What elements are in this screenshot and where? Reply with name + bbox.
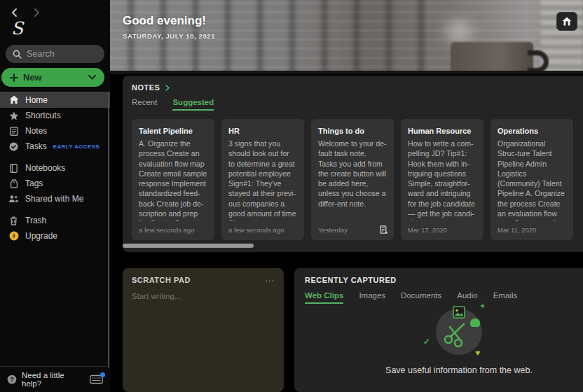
notes-widget: NOTES Recent Suggested Talent Pipeline A…: [123, 76, 583, 252]
sidebar-item-label: Tasks: [25, 141, 47, 151]
note-card-human-resource[interactable]: Human Resource How to write a com-pellin…: [401, 119, 483, 240]
notes-title: NOTES: [132, 83, 160, 92]
note-card-title: Human Resource: [408, 127, 476, 135]
coffee-mug-image: [451, 42, 533, 74]
note-card-title: Operations: [498, 127, 566, 135]
shortcuts-panel-button[interactable]: [90, 374, 103, 384]
note-card-date: Mar 17, 2020: [408, 226, 447, 234]
captured-tabs: Web Clips Images Documents Audio Emails: [305, 291, 572, 304]
notification-dot: [100, 372, 105, 377]
note-card-hr[interactable]: HR 3 signs that you should look out for …: [221, 119, 304, 240]
sidebar-item-shared[interactable]: Shared with Me: [0, 191, 110, 206]
search-icon: [13, 50, 22, 59]
scissors-icon: [441, 320, 469, 348]
elephant-icon: [470, 318, 480, 327]
sidebar-item-label: Tags: [25, 178, 43, 188]
evernote-home: S Search New Home Shortcuts Notes: [0, 0, 583, 392]
note-card-body: 3 signs that you should look out for to …: [228, 139, 297, 221]
help-icon[interactable]: ?: [7, 374, 17, 384]
tab-suggested[interactable]: Suggested: [172, 98, 214, 111]
hero-table-decoration: [110, 71, 583, 74]
web-clipper-illustration: ✦ ✓ ♥: [436, 309, 482, 355]
notebook-icon: [8, 164, 19, 173]
notes-horizontal-scrollbar[interactable]: [123, 244, 254, 248]
main-content: Good evening! SATURDAY, JULY 10, 2021 NO…: [110, 0, 583, 392]
trash-icon: [8, 216, 19, 225]
task-note-icon: [380, 225, 387, 234]
note-card-talent-pipeline[interactable]: Talent Pipeline A. Organize the process …: [132, 119, 214, 240]
sidebar-item-home[interactable]: Home: [0, 92, 110, 108]
workspace-logo: S: [11, 18, 23, 38]
scratch-pad-title: SCRATCH PAD: [132, 276, 191, 284]
home-edit-icon: [562, 17, 572, 26]
notes-widget-header[interactable]: NOTES: [132, 83, 170, 92]
tab-emails[interactable]: Emails: [493, 291, 518, 304]
greeting-title: Good evening!: [123, 14, 206, 28]
tab-audio[interactable]: Audio: [457, 291, 477, 304]
sidebar-item-tasks[interactable]: Tasks EARLY ACCESS: [0, 139, 110, 154]
star-icon: [8, 111, 19, 120]
sidebar-item-shortcuts[interactable]: Shortcuts: [0, 108, 110, 123]
sidebar-item-tags[interactable]: Tags: [0, 176, 110, 191]
upgrade-rocket-icon: [8, 231, 19, 241]
new-button-label: New: [23, 72, 42, 83]
sidebar: S Search New Home Shortcuts Notes: [0, 0, 110, 392]
scratch-pad-widget: SCRATCH PAD ... Start writing...: [123, 268, 284, 392]
check-icon: ✓: [423, 337, 430, 346]
help-label[interactable]: Need a little help?: [22, 371, 85, 388]
check-circle-icon: [8, 142, 19, 151]
note-card-operations[interactable]: Operations Organizational Struc-ture Tal…: [491, 119, 573, 240]
note-card-body: How to write a com-pelling JD? Tip#1: Ho…: [408, 139, 476, 221]
tab-images[interactable]: Images: [359, 291, 385, 304]
note-card-date: a few seconds ago: [139, 226, 194, 234]
scratch-pad-input[interactable]: Start writing...: [132, 292, 275, 300]
note-card-date: Yesterday: [318, 226, 348, 234]
clipped-image-icon: [453, 306, 465, 318]
more-options-icon[interactable]: ...: [265, 276, 275, 281]
svg-text:?: ?: [10, 376, 14, 383]
plus-icon: [10, 74, 18, 82]
note-card-body: Organizational Struc-ture Talent Pipelin…: [498, 139, 566, 221]
empty-state-message: Save useful information from the web.: [371, 365, 547, 377]
current-date: SATURDAY, JULY 10, 2021: [123, 32, 215, 40]
note-card-things-to-do[interactable]: Things to do Welcome to your de-fault ta…: [311, 119, 394, 240]
note-card-body: A. Organize the process Create an evalua…: [139, 139, 207, 221]
chevron-right-icon: [165, 85, 170, 91]
notes-tabs: Recent Suggested: [132, 98, 214, 111]
note-card-body: Welcome to your de-fault task note. Task…: [318, 139, 387, 209]
forward-arrow-icon[interactable]: [31, 7, 42, 18]
hero-steam-decoration: [445, 20, 473, 43]
new-note-button[interactable]: New: [1, 68, 104, 87]
sparkle-icon: ✦: [479, 302, 486, 311]
sidebar-scrollbar[interactable]: [108, 92, 109, 368]
sidebar-item-label: Notebooks: [25, 163, 65, 173]
sidebar-item-label: Notes: [25, 126, 47, 136]
recently-captured-widget: RECENTLY CAPTURED Web Clips Images Docum…: [294, 268, 583, 392]
sidebar-item-upgrade[interactable]: Upgrade: [0, 228, 110, 244]
note-card-date: a few seconds ago: [228, 226, 284, 234]
early-access-badge: EARLY ACCESS: [53, 144, 100, 150]
tab-web-clips[interactable]: Web Clips: [305, 291, 343, 304]
tab-recent[interactable]: Recent: [132, 98, 157, 111]
sidebar-item-label: Trash: [25, 216, 46, 225]
customize-home-button[interactable]: [556, 12, 577, 31]
history-nav: [8, 7, 42, 18]
tab-documents[interactable]: Documents: [401, 291, 441, 304]
back-arrow-icon[interactable]: [8, 7, 20, 18]
sidebar-item-trash[interactable]: Trash: [0, 213, 110, 228]
sidebar-item-label: Shortcuts: [25, 111, 61, 120]
people-icon: [8, 195, 19, 203]
sidebar-item-label: Upgrade: [25, 231, 57, 241]
sidebar-item-label: Home: [25, 95, 48, 105]
note-card-title: Things to do: [318, 127, 387, 135]
chevron-down-icon[interactable]: [88, 75, 96, 80]
help-footer: ? Need a little help?: [0, 366, 110, 392]
notes-card-list: Talent Pipeline A. Organize the process …: [132, 119, 573, 240]
recently-captured-title: RECENTLY CAPTURED: [305, 276, 572, 284]
search-input[interactable]: Search: [6, 45, 104, 63]
sidebar-item-notes[interactable]: Notes: [0, 123, 110, 139]
note-card-date: Mar 11, 2020: [498, 226, 536, 234]
note-icon: [8, 127, 19, 136]
note-card-title: Talent Pipeline: [139, 127, 207, 135]
sidebar-item-notebooks[interactable]: Notebooks: [0, 160, 110, 176]
